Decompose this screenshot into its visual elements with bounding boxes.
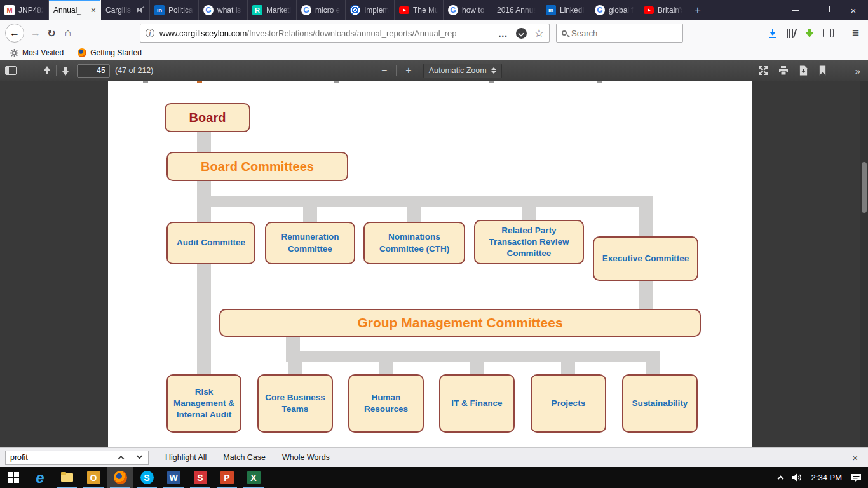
scrollbar[interactable] — [860, 81, 868, 447]
google-icon: G — [301, 5, 311, 15]
find-previous-button[interactable] — [112, 451, 130, 465]
tab-2016-annual[interactable]: 2016 Annua — [492, 0, 541, 20]
match-case-button[interactable]: Match Case — [223, 453, 266, 462]
tab-what-is[interactable]: G what is — [199, 0, 248, 20]
forward-button[interactable]: → — [28, 27, 43, 39]
select-arrows-icon — [491, 67, 496, 74]
zoom-level-value: Automatic Zoom — [429, 66, 487, 75]
tab-global-f[interactable]: G global f — [590, 0, 639, 20]
org-node-remuneration-committee: Remuneration Committee — [265, 222, 355, 264]
sway-icon: S — [194, 471, 207, 484]
search-input[interactable] — [571, 29, 677, 38]
connector-line — [197, 196, 653, 207]
taskbar-sway[interactable]: S — [187, 467, 214, 488]
pocket-icon[interactable] — [516, 28, 527, 39]
tab-cargills[interactable]: Cargills — [101, 0, 150, 20]
tab-jnp482[interactable]: M JNP482 — [0, 0, 49, 20]
taskbar-file-explorer[interactable] — [53, 467, 80, 488]
tab-marketing[interactable]: R Marketi — [248, 0, 297, 20]
tab-bar: M JNP482 Annual_ × Cargills in Politica … — [0, 0, 868, 20]
google-icon: G — [595, 5, 605, 15]
bookmark-view-icon[interactable] — [818, 65, 827, 76]
org-node-risk-management: Risk Management & Internal Audit — [166, 374, 241, 433]
find-bar: Highlight All Match Case Whole Words × — [0, 447, 868, 467]
sidebar-toggle-icon[interactable] — [823, 29, 834, 37]
url-bar[interactable]: i www.cargillsceylon.com/InvestorRelatio… — [140, 24, 550, 43]
find-next-button[interactable] — [130, 451, 149, 465]
print-icon[interactable] — [778, 65, 789, 76]
firefox-icon — [78, 48, 86, 57]
bookmarks-bar: Most Visited Getting Started — [0, 46, 868, 60]
tab-the-mu[interactable]: The Mu — [395, 0, 444, 20]
taskbar-powerpoint[interactable]: P — [214, 467, 240, 488]
toolbar-icons: ≡ — [768, 26, 863, 40]
library-icon[interactable] — [786, 29, 796, 38]
next-page-icon[interactable] — [60, 66, 71, 76]
restore-button[interactable] — [810, 0, 839, 20]
new-tab-button[interactable]: + — [688, 0, 707, 20]
previous-page-icon[interactable] — [42, 66, 52, 76]
home-button[interactable]: ⌂ — [60, 27, 76, 39]
page-number-input[interactable] — [77, 64, 110, 78]
separator — [396, 65, 397, 76]
tab-label: Annual_ — [53, 6, 87, 15]
speaker-icon[interactable] — [792, 473, 803, 482]
zoom-level-select[interactable]: Automatic Zoom — [423, 64, 502, 78]
tab-britains[interactable]: Britain's — [639, 0, 688, 20]
bookmark-most-visited[interactable]: Most Visited — [10, 48, 64, 57]
highlight-all-button[interactable]: Highlight All — [165, 453, 207, 462]
scrollbar-thumb[interactable] — [862, 162, 867, 213]
taskbar-skype[interactable]: S — [133, 467, 160, 488]
search-bar[interactable] — [556, 24, 683, 43]
tab-close-icon[interactable]: × — [91, 5, 96, 15]
back-button[interactable]: ← — [5, 24, 24, 43]
tray-expand-icon[interactable] — [777, 475, 783, 482]
taskbar-outlook[interactable]: O — [80, 467, 107, 488]
window-controls: × — [780, 0, 868, 20]
google-icon: G — [448, 5, 458, 15]
tab-implem[interactable]: Implem — [346, 0, 395, 20]
taskbar-firefox[interactable] — [107, 467, 133, 488]
tab-annual-report-active[interactable]: Annual_ × — [49, 0, 101, 20]
pdf-viewport[interactable]: Board Board Committees Audit Committee R… — [0, 81, 868, 447]
word-icon: W — [167, 471, 180, 484]
connector-line — [286, 351, 660, 362]
clock[interactable]: 2:34 PM — [811, 473, 842, 482]
connector-line — [303, 207, 317, 222]
more-tools-icon[interactable]: » — [855, 65, 860, 76]
menu-icon[interactable]: ≡ — [852, 26, 859, 40]
connector-line — [286, 336, 300, 352]
taskbar-edge[interactable]: e — [27, 467, 53, 488]
download-helper-icon[interactable] — [805, 29, 814, 38]
bookmark-getting-started[interactable]: Getting Started — [78, 48, 142, 57]
start-button[interactable] — [0, 467, 27, 488]
outlook-icon: O — [87, 471, 100, 484]
google-icon: G — [203, 5, 214, 15]
minimize-button[interactable] — [780, 0, 810, 20]
close-window-button[interactable]: × — [839, 0, 868, 20]
zoom-out-icon[interactable]: − — [376, 65, 392, 76]
zoom-in-icon[interactable]: + — [400, 65, 416, 76]
downloads-icon[interactable] — [768, 29, 777, 38]
powerpoint-icon: P — [220, 471, 234, 484]
presentation-mode-icon[interactable] — [758, 65, 768, 76]
find-input[interactable] — [5, 451, 112, 465]
taskbar-excel[interactable]: X — [240, 467, 267, 488]
tab-linkedin[interactable]: in LinkedI — [541, 0, 590, 20]
site-info-icon[interactable]: i — [146, 29, 154, 37]
bookmark-star-icon[interactable]: ☆ — [534, 27, 544, 40]
tab-politica[interactable]: in Politica — [150, 0, 199, 20]
tab-micro-e[interactable]: G micro e — [297, 0, 346, 20]
researchgate-icon: R — [252, 5, 262, 15]
refresh-button[interactable]: ↻ — [43, 27, 60, 39]
tab-how-to[interactable]: G how to — [444, 0, 492, 20]
taskbar-word[interactable]: W — [160, 467, 187, 488]
pdf-sidebar-toggle-icon[interactable] — [5, 66, 17, 75]
download-document-icon[interactable] — [799, 65, 808, 76]
page-actions-icon[interactable]: … — [498, 28, 508, 39]
muted-speaker-icon[interactable] — [137, 7, 145, 13]
whole-words-button[interactable]: Whole Words — [282, 453, 330, 462]
action-center-icon[interactable] — [851, 473, 862, 483]
find-close-icon[interactable]: × — [852, 452, 858, 463]
excel-icon: X — [247, 471, 261, 484]
